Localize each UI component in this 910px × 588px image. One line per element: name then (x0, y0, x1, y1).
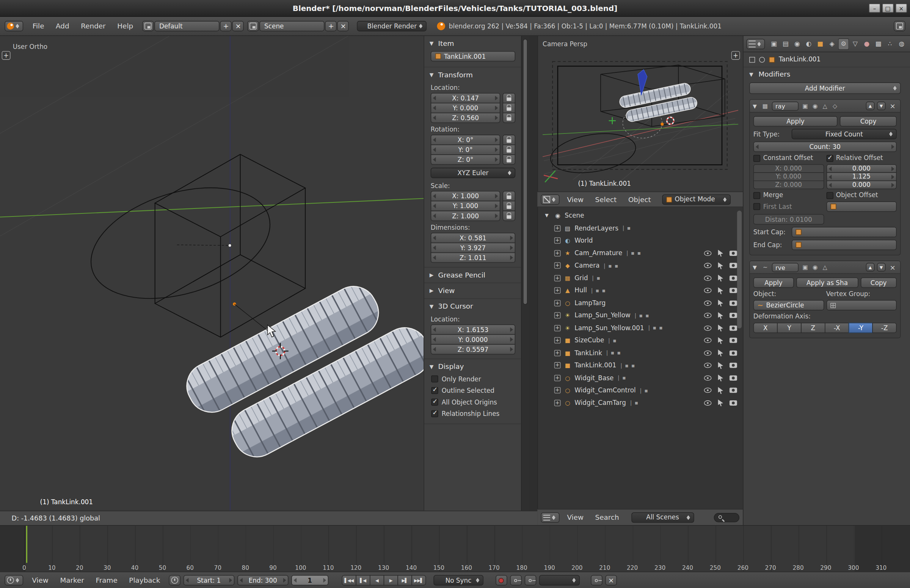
renderability-camera-icon[interactable] (729, 350, 737, 355)
decrement-arrow-icon[interactable] (433, 147, 436, 152)
rotation-value-field[interactable]: Y: 0° (431, 144, 501, 155)
outliner-item-renderlayers[interactable]: ▤ RenderLayers | ▪ (538, 222, 743, 234)
display-option[interactable]: Outline Selected (424, 385, 521, 397)
increment-arrow-icon[interactable] (495, 204, 498, 208)
deform-axis-button[interactable]: Y (777, 323, 801, 333)
constant-offset-value-field[interactable]: Z: 0.000 (753, 181, 824, 189)
scrollbar-thumb[interactable] (737, 211, 742, 329)
cursor-panel-header[interactable]: 3D Cursor (424, 300, 521, 313)
scene-name-field[interactable]: Scene (260, 21, 325, 31)
expand-icon[interactable] (554, 400, 561, 406)
lock-toggle-button[interactable] (503, 191, 516, 202)
move-modifier-down-button[interactable] (877, 263, 886, 271)
decrement-arrow-icon[interactable] (240, 578, 242, 582)
expand-icon[interactable] (554, 338, 561, 344)
first-last-checkbox[interactable] (753, 203, 760, 210)
visibility-eye-icon[interactable] (704, 276, 712, 281)
outliner-item-grid[interactable]: ▦ Grid | ▪ (538, 272, 743, 284)
selectability-arrow-icon[interactable] (718, 312, 723, 319)
outliner-item-world[interactable]: ◐ World (538, 234, 743, 247)
rotation-value-field[interactable]: X: 0° (431, 134, 501, 145)
move-modifier-down-button[interactable] (877, 102, 886, 110)
renderability-camera-icon[interactable] (729, 363, 737, 368)
checkbox[interactable] (431, 375, 438, 382)
preview-range-button[interactable] (169, 575, 181, 586)
checkbox[interactable] (431, 399, 438, 405)
selectability-arrow-icon[interactable] (718, 250, 723, 257)
renderability-camera-icon[interactable] (729, 250, 737, 256)
apply-modifier-button[interactable]: Apply (753, 278, 794, 288)
merge-checkbox[interactable] (753, 192, 760, 199)
deform-axis-button[interactable]: Z (801, 323, 825, 333)
visibility-eye-icon[interactable] (704, 288, 712, 294)
start-frame-field[interactable]: Start: 1 (184, 575, 235, 586)
menu-item[interactable]: View (561, 513, 589, 521)
toolbar-expand-button[interactable] (2, 51, 11, 60)
offset-object-field[interactable] (826, 201, 897, 212)
outliner-item-widgit-base[interactable]: ○ Widgit_Base | ▪ (538, 372, 743, 384)
relative-offset-value-field[interactable]: 1.125 (826, 173, 897, 181)
decrement-arrow-icon[interactable] (433, 157, 436, 162)
sidebar-expand-button[interactable] (731, 51, 740, 60)
tab-texture[interactable]: ▩ (873, 38, 884, 50)
visibility-eye-icon[interactable] (704, 313, 712, 318)
tab-material[interactable]: ● (861, 38, 872, 50)
expand-icon[interactable] (554, 300, 561, 306)
outliner-item-widgit-camtarg[interactable]: ○ Widgit_CamTarg | ▪ (538, 397, 743, 409)
increment-arrow-icon[interactable] (323, 578, 326, 582)
keying-add-button[interactable] (591, 575, 603, 586)
menu-item[interactable]: Frame (90, 576, 123, 584)
move-modifier-up-button[interactable] (866, 263, 875, 271)
decrement-arrow-icon[interactable] (433, 116, 436, 120)
modifier-display-toggle-icon[interactable]: ◉ (811, 102, 819, 110)
rotation-value-field[interactable]: Z: 0° (431, 154, 501, 165)
visibility-eye-icon[interactable] (704, 375, 712, 381)
lock-toggle-button[interactable] (503, 211, 516, 221)
expand-icon[interactable] (554, 225, 561, 231)
scale-value-field[interactable]: X: 1.000 (431, 191, 501, 202)
menu-item[interactable]: Add (50, 22, 75, 30)
selectability-arrow-icon[interactable] (718, 375, 723, 381)
deform-axis-button[interactable]: X (753, 323, 777, 333)
outliner-item-lamp-sun-yellow-001[interactable]: ☀ Lamp_Sun_Yellow.001 | ▪ ▪ (538, 322, 743, 334)
selectability-arrow-icon[interactable] (718, 399, 723, 406)
viewport-3d[interactable]: User Ortho (1) TankLink.001 (0, 36, 423, 510)
menu-item[interactable]: Search (589, 513, 625, 521)
increment-arrow-icon[interactable] (495, 116, 498, 120)
display-filter-dropdown[interactable]: All Scenes (631, 512, 694, 523)
dimension-value-field[interactable]: X: 0.581 (431, 233, 515, 243)
editor-type-button[interactable] (746, 39, 765, 49)
lock-toggle-button[interactable] (503, 134, 516, 145)
close-button[interactable] (895, 3, 907, 13)
expand-icon[interactable] (554, 325, 561, 331)
display-option[interactable]: All Object Origins (424, 396, 521, 408)
lock-toggle-button[interactable] (503, 144, 516, 155)
increment-arrow-icon[interactable] (510, 347, 513, 351)
active-keying-set-dropdown[interactable] (539, 575, 580, 586)
fit-type-dropdown[interactable]: Fixed Count (792, 129, 897, 139)
renderability-camera-icon[interactable] (729, 313, 737, 318)
outliner-scrollbar[interactable] (737, 211, 742, 506)
outliner[interactable]: Scene ▤ RenderLayers | ▪ ◐ World (537, 207, 743, 509)
minimize-button[interactable] (869, 3, 881, 13)
lock-toggle-button[interactable] (503, 113, 516, 123)
jump-to-end-button[interactable]: ▶▶▌ (411, 575, 426, 586)
scrollbar-thumb[interactable] (523, 39, 527, 305)
selectability-arrow-icon[interactable] (718, 262, 723, 269)
jump-to-start-button[interactable]: ▌◀◀ (342, 575, 356, 586)
browse-screens-button[interactable] (142, 21, 154, 31)
tab-physics[interactable]: ◍ (896, 38, 907, 50)
modifier-display-toggle-icon[interactable]: ◇ (830, 102, 839, 110)
prev-keyframe-button[interactable]: ▌◀ (356, 575, 370, 586)
region-divider[interactable] (529, 36, 537, 510)
increment-arrow-icon[interactable] (495, 194, 498, 198)
increment-arrow-icon[interactable] (510, 327, 513, 332)
expand-icon[interactable] (554, 362, 561, 368)
delete-modifier-button[interactable] (888, 263, 897, 271)
tab-constraints[interactable]: ◈ (827, 38, 837, 50)
properties-editor[interactable]: ▣ ▤ ◉ ◐ ■ ◈ ⚙ ▽ ● ▩ (743, 36, 910, 525)
modifier-name-field[interactable]: ray (772, 101, 798, 110)
decrement-arrow-icon[interactable] (433, 236, 436, 240)
deform-axis-button[interactable]: -Z (873, 323, 897, 333)
renderability-camera-icon[interactable] (729, 276, 737, 281)
